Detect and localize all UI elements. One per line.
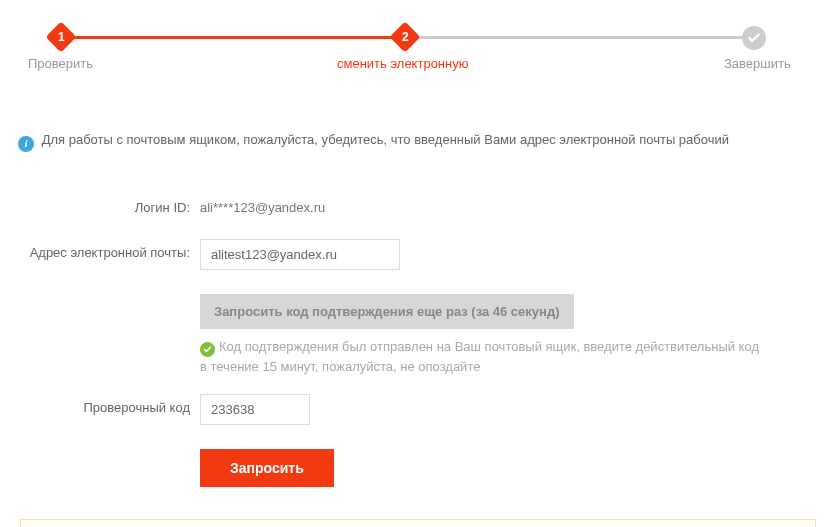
footer-bar: [20, 519, 816, 527]
check-icon: [747, 31, 761, 45]
submit-button[interactable]: Запросить: [200, 449, 334, 487]
progress-steps: 1 2 Проверить сменить электронную Заверш…: [0, 0, 828, 70]
row-resend: Запросить код подтверждения еще раз (за …: [0, 294, 828, 377]
row-email: Адрес электронной почты:: [0, 239, 828, 270]
step-line-1: [60, 36, 404, 39]
success-check-icon: [200, 342, 215, 357]
login-value: ali****123@yandex.ru: [200, 194, 828, 215]
row-code: Проверочный код: [0, 394, 828, 425]
step-label-2: сменить электронную: [337, 56, 468, 71]
email-label: Адрес электронной почты:: [0, 239, 200, 260]
code-sent-message-line: Код подтверждения был отправлен на Ваш п…: [200, 337, 760, 377]
resend-code-button: Запросить код подтверждения еще раз (за …: [200, 294, 574, 329]
step-number-1: 1: [58, 30, 65, 44]
step-number-2: 2: [402, 30, 409, 44]
row-login: Логин ID: ali****123@yandex.ru: [0, 194, 828, 215]
code-label: Проверочный код: [0, 394, 200, 415]
email-field[interactable]: [200, 239, 400, 270]
change-email-form: Логин ID: ali****123@yandex.ru Адрес эле…: [0, 194, 828, 488]
step-line-2: [408, 36, 752, 39]
step-badge-2: 2: [389, 21, 420, 52]
step-label-1: Проверить: [28, 56, 93, 71]
step-label-3: Завершить: [724, 56, 791, 71]
info-notice: i Для работы с почтовым ящиком, пожалуйс…: [18, 130, 810, 152]
step-badge-1: 1: [45, 21, 76, 52]
step-badge-3: [742, 26, 766, 50]
info-icon: i: [18, 136, 34, 152]
code-sent-message: Код подтверждения был отправлен на Ваш п…: [200, 339, 759, 374]
login-label: Логин ID:: [0, 194, 200, 215]
verification-code-field[interactable]: [200, 394, 310, 425]
info-notice-text: Для работы с почтовым ящиком, пожалуйста…: [42, 132, 729, 147]
row-submit: Запросить: [0, 449, 828, 487]
